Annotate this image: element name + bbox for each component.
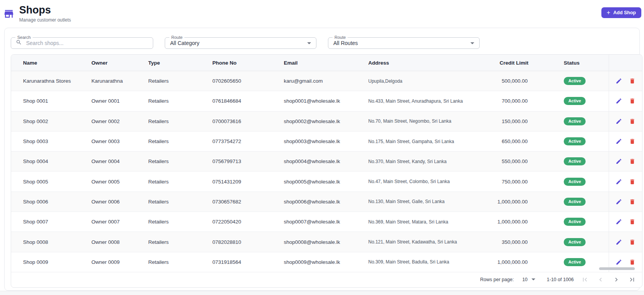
status-badge: Active	[564, 178, 586, 186]
table-row[interactable]: Karunarathna Stores Karunarathna Retaile…	[11, 71, 642, 91]
edit-icon[interactable]	[615, 158, 622, 165]
column-header-email[interactable]: Email	[284, 60, 368, 66]
cell-type: Retailers	[148, 239, 212, 245]
page-subtitle: Manage customer outlets	[19, 17, 71, 23]
edit-icon[interactable]	[615, 258, 622, 265]
cell-credit-limit: 500,000.00	[462, 78, 528, 84]
table-row[interactable]: Shop 0009 Owner 0009 Retailers 073191856…	[11, 252, 642, 272]
delete-icon[interactable]	[629, 238, 636, 245]
cell-email: shop0006@wholesale.lk	[284, 199, 368, 205]
cell-address: No.121, Main Street, Kadawatha, Sri Lank…	[368, 239, 462, 245]
cell-address: No.130, Main Street, Galle, Sri Lanka	[368, 199, 462, 204]
column-header-address[interactable]: Address	[368, 60, 462, 66]
cell-address: No.175, Main Street, Gampaha, Sri Lanka	[368, 139, 462, 144]
edit-icon[interactable]	[615, 238, 622, 245]
search-field[interactable]: Search	[11, 37, 153, 49]
cell-email: shop0005@wholesale.lk	[284, 179, 368, 185]
cell-credit-limit: 1,000,000.00	[462, 219, 528, 225]
cell-name: Karunarathna Stores	[23, 78, 91, 84]
cell-email: shop0002@wholesale.lk	[284, 118, 368, 124]
table-row[interactable]: Shop 0007 Owner 0007 Retailers 072205042…	[11, 212, 642, 232]
column-header-type[interactable]: Type	[148, 60, 212, 66]
table-row[interactable]: Shop 0006 Owner 0006 Retailers 073065768…	[11, 192, 642, 212]
edit-icon[interactable]	[615, 198, 622, 205]
cell-credit-limit: 650,000.00	[462, 138, 528, 144]
table-row[interactable]: Shop 0008 Owner 0008 Retailers 078202881…	[11, 232, 642, 252]
table-row[interactable]: Shop 0003 Owner 0003 Retailers 077375427…	[11, 132, 642, 152]
cell-phone: 0751431209	[212, 179, 284, 185]
last-page-button[interactable]	[627, 275, 637, 284]
cell-credit-limit: 1,000,000.00	[462, 199, 528, 205]
route-select[interactable]: Route All Routes	[328, 37, 480, 49]
horizontal-scrollbar-thumb[interactable]	[599, 267, 635, 270]
rows-per-page-select[interactable]: 10	[522, 277, 535, 282]
cell-name: Shop 0005	[23, 179, 91, 185]
cell-phone: 0782028810	[212, 239, 284, 245]
table-body: Karunarathna Stores Karunarathna Retaile…	[11, 71, 642, 272]
cell-owner: Owner 0005	[91, 179, 148, 185]
delete-icon[interactable]	[629, 198, 636, 205]
cell-status: Active	[528, 218, 609, 226]
cell-name: Shop 0002	[23, 118, 91, 124]
status-badge: Active	[564, 157, 586, 165]
category-select-value: All Category	[165, 40, 199, 46]
cell-email: shop0003@wholesale.lk	[284, 138, 368, 144]
shops-card: Search Route All Category Route All Rout…	[4, 28, 640, 291]
cell-type: Retailers	[148, 158, 212, 164]
delete-icon[interactable]	[629, 258, 636, 265]
delete-icon[interactable]	[629, 158, 636, 165]
column-header-credit-limit[interactable]: Credit Limit	[462, 60, 528, 66]
cell-credit-limit: 750,000.00	[462, 179, 528, 185]
cell-address: Upupila,Delgoda	[368, 78, 462, 84]
edit-icon[interactable]	[615, 218, 622, 225]
status-badge: Active	[564, 137, 586, 145]
category-select[interactable]: Route All Category	[165, 37, 316, 49]
edit-icon[interactable]	[615, 138, 622, 145]
column-header-status[interactable]: Status	[528, 60, 609, 66]
chevron-down-icon	[307, 42, 311, 44]
store-icon	[3, 8, 15, 23]
search-input[interactable]	[25, 40, 153, 47]
table-row[interactable]: Shop 0005 Owner 0005 Retailers 075143120…	[11, 172, 642, 192]
column-header-phone[interactable]: Phone No	[212, 60, 284, 66]
edit-icon[interactable]	[615, 98, 622, 105]
cell-actions	[609, 172, 642, 191]
cell-credit-limit: 350,000.00	[462, 239, 528, 245]
delete-icon[interactable]	[629, 118, 636, 125]
cell-owner: Owner 0003	[91, 138, 148, 144]
table-row[interactable]: Shop 0001 Owner 0001 Retailers 076184668…	[11, 91, 642, 111]
add-shop-button[interactable]: + Add Shop	[601, 7, 641, 18]
cell-actions	[609, 212, 642, 232]
column-header-name[interactable]: Name	[23, 60, 91, 66]
delete-icon[interactable]	[629, 98, 636, 105]
first-page-button	[580, 275, 589, 284]
table-row[interactable]: Shop 0004 Owner 0004 Retailers 075679971…	[11, 152, 642, 172]
cell-name: Shop 0001	[23, 98, 91, 104]
cell-status: Active	[528, 77, 609, 85]
cell-actions	[609, 132, 642, 151]
route-select-value: All Routes	[328, 40, 358, 46]
cell-email: shop0007@wholesale.lk	[284, 219, 368, 225]
delete-icon[interactable]	[629, 78, 636, 85]
table-row[interactable]: Shop 0002 Owner 0002 Retailers 070007361…	[11, 112, 642, 132]
edit-icon[interactable]	[615, 178, 622, 185]
page-horizontal-scrollbar[interactable]	[0, 291, 644, 295]
delete-icon[interactable]	[629, 178, 636, 185]
cell-email: shop0001@wholesale.lk	[284, 98, 368, 104]
cell-email: shop0008@wholesale.lk	[284, 239, 368, 245]
cell-status: Active	[528, 137, 609, 145]
status-badge: Active	[564, 77, 586, 85]
edit-icon[interactable]	[615, 78, 622, 85]
cell-owner: Owner 0004	[91, 158, 148, 164]
next-page-button[interactable]	[612, 275, 621, 284]
cell-status: Active	[528, 198, 609, 206]
cell-address: No.369, Main Street, Matara, Sri Lanka	[368, 219, 462, 225]
status-badge: Active	[564, 117, 586, 125]
column-header-owner[interactable]: Owner	[91, 60, 148, 66]
edit-icon[interactable]	[615, 118, 622, 125]
cell-address: No.47, Main Street, Colombo, Sri Lanka	[368, 179, 462, 184]
delete-icon[interactable]	[629, 218, 636, 225]
chevron-down-icon	[531, 278, 535, 280]
cell-actions	[609, 152, 642, 171]
delete-icon[interactable]	[629, 138, 636, 145]
